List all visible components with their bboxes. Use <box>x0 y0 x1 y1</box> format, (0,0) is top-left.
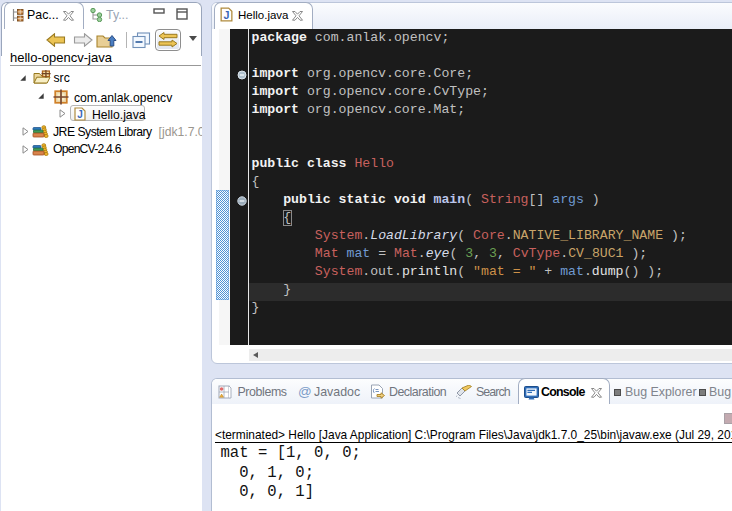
svg-text:J: J <box>77 109 83 120</box>
svg-text:J: J <box>224 9 230 21</box>
